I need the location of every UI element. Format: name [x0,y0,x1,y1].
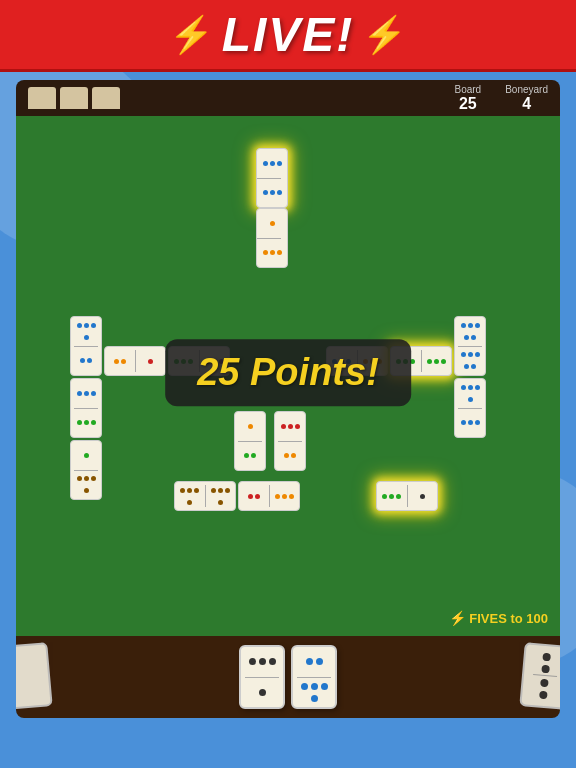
game-container: Board 25 Boneyard 4 [16,80,560,718]
board-label: Board [455,84,482,95]
domino-bottom-h2[interactable] [238,481,300,511]
game-board[interactable]: 25 Points! [16,116,560,636]
domino-left-h1[interactable] [104,346,166,376]
live-label: LIVE! [222,7,355,62]
hand-domino-edge-left [16,642,53,710]
score-tab-1[interactable] [28,87,56,109]
fives-bolt-icon: ⚡ [449,610,466,626]
hand-domino-edge-right [519,642,560,710]
boneyard-label: Boneyard [505,84,548,95]
boneyard-info: Boneyard 4 [505,84,548,113]
points-text: 25 Points! [197,351,379,393]
domino-far-left-2[interactable] [70,378,102,438]
domino-far-left-1[interactable] [70,316,102,376]
hand-domino-2[interactable] [291,645,337,709]
info-stats: Board 25 Boneyard 4 [455,84,549,113]
domino-center-upper[interactable] [256,208,288,268]
lightning-right-icon: ⚡ [362,14,407,56]
domino-far-right-1[interactable] [454,316,486,376]
domino-far-right-2[interactable] [454,378,486,438]
score-tab-2[interactable] [60,87,88,109]
domino-top-center[interactable] [256,148,288,208]
hand-domino-1[interactable] [239,645,285,709]
player-hand[interactable] [16,636,560,718]
header-banner: ⚡ LIVE! ⚡ [0,0,576,72]
domino-bottom-center-1[interactable] [234,411,266,471]
board-info: Board 25 [455,84,482,113]
domino-bottom-center-2[interactable] [274,411,306,471]
info-bar: Board 25 Boneyard 4 [16,80,560,116]
lightning-left-icon: ⚡ [169,14,214,56]
boneyard-value: 4 [522,95,531,113]
domino-bottom-h3[interactable] [376,481,438,511]
board-value: 25 [459,95,477,113]
score-tabs [28,87,120,109]
score-tab-3[interactable] [92,87,120,109]
fives-text: FIVES to 100 [469,611,548,626]
fives-indicator: ⚡ FIVES to 100 [449,610,548,626]
points-popup: 25 Points! [165,339,411,406]
domino-far-left-3[interactable] [70,440,102,500]
domino-bottom-h1[interactable] [174,481,236,511]
